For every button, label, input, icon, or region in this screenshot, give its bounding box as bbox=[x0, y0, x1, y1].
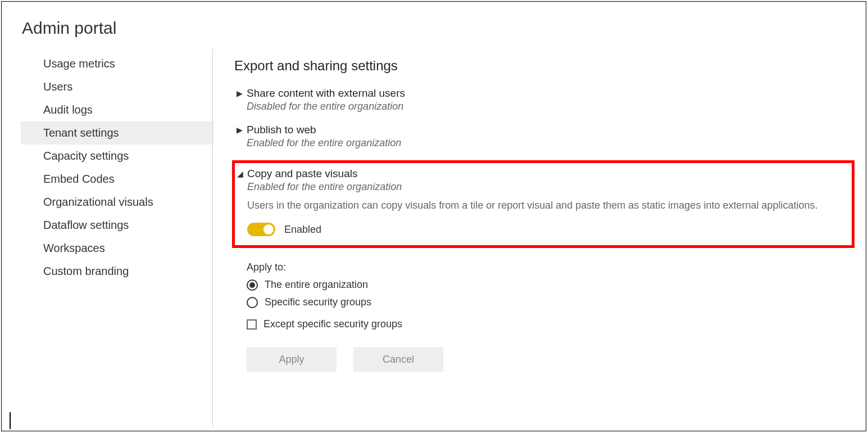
toggle-knob bbox=[263, 224, 274, 234]
page-title: Admin portal bbox=[2, 2, 866, 49]
sidebar-item-dataflow-settings[interactable]: Dataflow settings bbox=[21, 214, 212, 237]
setting-status: Disabled for the entire organization bbox=[247, 101, 855, 112]
button-row: Apply Cancel bbox=[247, 347, 855, 372]
setting-copy-paste-visuals: ◢ Copy and paste visuals Enabled for the… bbox=[235, 168, 846, 236]
apply-to-label: Apply to: bbox=[247, 261, 855, 273]
sidebar-item-capacity-settings[interactable]: Capacity settings bbox=[21, 145, 212, 168]
main-content: Export and sharing settings ▶ Share cont… bbox=[212, 49, 866, 427]
apply-button[interactable]: Apply bbox=[247, 347, 337, 372]
sidebar-item-users[interactable]: Users bbox=[21, 75, 212, 98]
setting-name: Copy and paste visuals bbox=[247, 168, 357, 180]
text-cursor bbox=[10, 412, 11, 429]
setting-header[interactable]: ◢ Copy and paste visuals bbox=[237, 168, 846, 180]
radio-label: Specific security groups bbox=[265, 296, 371, 308]
caret-right-icon: ▶ bbox=[237, 89, 247, 98]
setting-name: Share content with external users bbox=[247, 87, 405, 100]
checkbox-except-groups[interactable]: Except specific security groups bbox=[247, 318, 855, 330]
cancel-button[interactable]: Cancel bbox=[353, 347, 443, 372]
setting-header[interactable]: ▶ Publish to web bbox=[237, 124, 855, 136]
sidebar: Usage metrics Users Audit logs Tenant se… bbox=[2, 49, 212, 427]
checkbox-icon bbox=[247, 319, 257, 330]
setting-publish-web: ▶ Publish to web Enabled for the entire … bbox=[234, 124, 855, 149]
enabled-toggle[interactable] bbox=[247, 223, 275, 236]
setting-header[interactable]: ▶ Share content with external users bbox=[237, 87, 855, 100]
radio-icon bbox=[247, 297, 258, 308]
setting-status: Enabled for the entire organization bbox=[247, 137, 855, 149]
sidebar-item-audit-logs[interactable]: Audit logs bbox=[21, 98, 212, 121]
setting-description: Users in the organization can copy visua… bbox=[247, 199, 846, 213]
caret-down-icon: ◢ bbox=[237, 169, 247, 178]
sidebar-item-custom-branding[interactable]: Custom branding bbox=[21, 260, 212, 283]
setting-status: Enabled for the entire organization bbox=[247, 181, 846, 193]
caret-right-icon: ▶ bbox=[237, 125, 247, 134]
sidebar-item-usage-metrics[interactable]: Usage metrics bbox=[21, 52, 212, 75]
sidebar-item-tenant-settings[interactable]: Tenant settings bbox=[21, 121, 212, 145]
highlight-annotation: ◢ Copy and paste visuals Enabled for the… bbox=[232, 160, 855, 248]
setting-share-external: ▶ Share content with external users Disa… bbox=[234, 87, 855, 112]
section-title: Export and sharing settings bbox=[234, 58, 855, 74]
radio-label: The entire organization bbox=[265, 279, 368, 291]
toggle-label: Enabled bbox=[284, 224, 321, 236]
radio-icon bbox=[247, 279, 258, 291]
radio-entire-org[interactable]: The entire organization bbox=[247, 279, 855, 291]
radio-specific-groups[interactable]: Specific security groups bbox=[247, 296, 855, 308]
checkbox-label: Except specific security groups bbox=[263, 318, 402, 330]
toggle-row: Enabled bbox=[247, 223, 846, 236]
apply-to-block: Apply to: The entire organization Specif… bbox=[247, 261, 855, 330]
sidebar-item-organizational-visuals[interactable]: Organizational visuals bbox=[21, 191, 212, 214]
sidebar-item-embed-codes[interactable]: Embed Codes bbox=[21, 168, 212, 191]
setting-name: Publish to web bbox=[247, 124, 316, 136]
sidebar-item-workspaces[interactable]: Workspaces bbox=[21, 237, 212, 260]
